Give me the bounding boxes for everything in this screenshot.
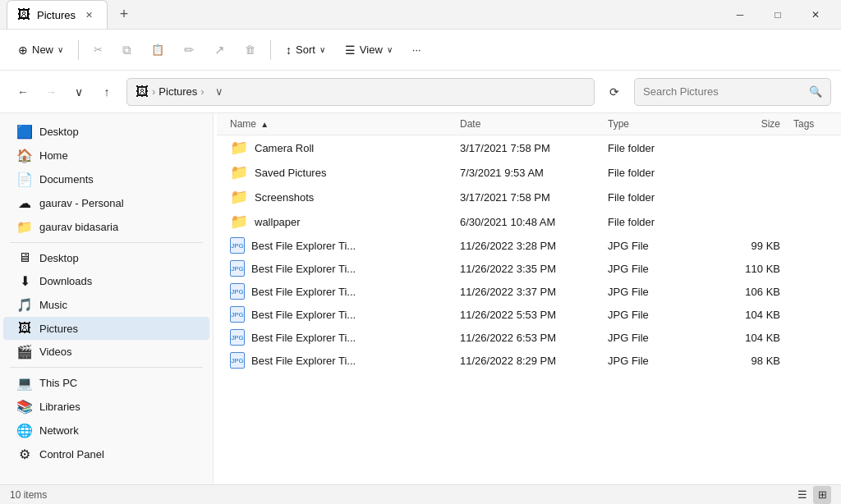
file-type: JPG File: [608, 240, 706, 252]
file-type: JPG File: [608, 286, 706, 298]
forward-button[interactable]: →: [38, 79, 64, 105]
table-row[interactable]: 📁 Saved Pictures 7/3/2021 9:53 AM File f…: [217, 160, 841, 185]
rename-button[interactable]: ✏: [176, 39, 203, 62]
sidebar-item-gaurav-personal[interactable]: ☁ gaurav - Personal: [3, 191, 209, 215]
sidebar-item-videos[interactable]: 🎬 Videos: [3, 340, 209, 364]
jpg-file-icon: JPG: [230, 329, 245, 346]
new-plus-icon: ⊕: [18, 44, 28, 57]
new-tab-button[interactable]: +: [111, 2, 137, 28]
up-button[interactable]: ↑: [94, 79, 120, 105]
file-name-text: Best File Explorer Ti...: [251, 355, 356, 367]
details-view-button[interactable]: ☰: [793, 486, 811, 504]
libraries-icon: 📚: [16, 399, 33, 415]
copy-button[interactable]: ⧉: [114, 39, 140, 62]
table-row[interactable]: 📁 Screenshots 3/17/2021 7:58 PM File fol…: [217, 185, 841, 209]
tab-close-button[interactable]: ✕: [82, 7, 97, 22]
table-row[interactable]: JPG Best File Explorer Ti... 11/26/2022 …: [217, 257, 841, 280]
list-view-button[interactable]: ⊞: [813, 486, 831, 504]
search-box[interactable]: 🔍: [634, 78, 831, 106]
paste-button[interactable]: 📋: [143, 39, 172, 60]
back-button[interactable]: ←: [10, 79, 36, 105]
col-header-tags[interactable]: Tags: [780, 118, 828, 130]
sidebar-item-documents[interactable]: 📄 Documents: [3, 167, 209, 191]
sidebar-item-pictures[interactable]: 🖼 Pictures: [3, 317, 209, 340]
sort-arrow-indicator: ▲: [260, 120, 269, 129]
file-name-col: 📁 Saved Pictures: [230, 163, 460, 181]
sidebar-item-this-pc[interactable]: 💻 This PC: [3, 371, 209, 395]
jpg-file-icon: JPG: [230, 306, 245, 323]
sidebar-item-desktop-top[interactable]: 🟦 Desktop: [3, 120, 209, 144]
search-icon: 🔍: [809, 85, 822, 98]
control-panel-icon: ⚙: [16, 447, 33, 462]
table-row[interactable]: 📁 wallpaper 6/30/2021 10:48 AM File fold…: [217, 209, 841, 234]
view-button[interactable]: ☰ View ∨: [337, 39, 401, 61]
active-tab[interactable]: 🖼 Pictures ✕: [7, 0, 108, 29]
search-input[interactable]: [643, 85, 804, 98]
view-toggle: ☰ ⊞: [793, 486, 831, 504]
col-header-date[interactable]: Date: [460, 118, 608, 130]
address-path[interactable]: 🖼 › Pictures › ∨: [126, 78, 595, 106]
file-name-text: Best File Explorer Ti...: [251, 286, 356, 298]
sidebar-item-music[interactable]: 🎵 Music: [3, 293, 209, 317]
file-type: File folder: [608, 142, 706, 154]
jpg-file-icon: JPG: [230, 352, 245, 369]
col-header-size[interactable]: Size: [706, 118, 780, 130]
main-content: 🟦 Desktop 🏠 Home 📄 Documents ☁ gaurav - …: [0, 113, 841, 484]
address-bar: ← → ∨ ↑ 🖼 › Pictures › ∨ ⟳ 🔍: [0, 71, 841, 113]
sort-button[interactable]: ↕ Sort ∨: [278, 39, 333, 61]
table-row[interactable]: 📁 Camera Roll 3/17/2021 7:58 PM File fol…: [217, 135, 841, 160]
delete-button[interactable]: 🗑: [237, 39, 264, 60]
recent-button[interactable]: ∨: [66, 79, 92, 105]
sidebar-item-downloads[interactable]: ⬇ Downloads: [3, 269, 209, 293]
col-header-name[interactable]: Name ▲: [230, 118, 460, 130]
table-row[interactable]: JPG Best File Explorer Ti... 11/26/2022 …: [217, 280, 841, 303]
window-controls: ─ □ ✕: [721, 0, 834, 30]
share-icon: ↗: [214, 43, 225, 57]
folder-icon: 📁: [230, 188, 248, 206]
sidebar-item-desktop[interactable]: 🖥 Desktop: [3, 246, 209, 269]
new-button[interactable]: ⊕ New ∨: [10, 39, 71, 61]
minimize-button[interactable]: ─: [721, 0, 759, 30]
folder-icon: 📁: [230, 213, 248, 231]
file-name-col: JPG Best File Explorer Ti...: [230, 283, 460, 300]
path-separator-1: ›: [152, 85, 155, 98]
cut-button[interactable]: ✂: [85, 39, 111, 60]
file-type: JPG File: [608, 263, 706, 275]
sidebar-item-gaurav-bidasaria[interactable]: 📁 gaurav bidasaria: [3, 215, 209, 239]
pictures-icon: 🖼: [16, 321, 33, 336]
file-name-text: Best File Explorer Ti...: [251, 240, 356, 252]
sort-icon: ↕: [286, 44, 292, 57]
view-icon: ☰: [345, 44, 356, 57]
table-row[interactable]: JPG Best File Explorer Ti... 11/26/2022 …: [217, 234, 841, 257]
sidebar-item-label: gaurav - Personal: [39, 197, 124, 209]
table-row[interactable]: JPG Best File Explorer Ti... 11/26/2022 …: [217, 349, 841, 372]
sidebar-item-label: Desktop: [39, 126, 79, 138]
sidebar-item-label: Music: [39, 299, 67, 311]
path-dropdown-button[interactable]: ∨: [208, 80, 231, 103]
title-bar: 🖼 Pictures ✕ + ─ □ ✕: [0, 0, 841, 30]
more-button[interactable]: ···: [404, 39, 430, 60]
file-date: 3/17/2021 7:58 PM: [460, 142, 608, 154]
sidebar-item-label: Network: [39, 424, 79, 437]
refresh-button[interactable]: ⟳: [601, 79, 627, 105]
sidebar-item-label: Videos: [39, 346, 72, 358]
table-row[interactable]: JPG Best File Explorer Ti... 11/26/2022 …: [217, 303, 841, 326]
file-date: 11/26/2022 3:35 PM: [460, 263, 608, 275]
share-button[interactable]: ↗: [206, 39, 233, 62]
close-button[interactable]: ✕: [797, 0, 834, 30]
desktop-top-icon: 🟦: [16, 124, 33, 140]
sidebar-item-control-panel[interactable]: ⚙ Control Panel: [3, 442, 209, 466]
sidebar-item-network[interactable]: 🌐 Network: [3, 419, 209, 442]
path-root: Pictures: [159, 85, 197, 98]
maximize-button[interactable]: □: [759, 0, 797, 30]
file-list-header: Name ▲ Date Type Size Tags: [217, 113, 841, 135]
file-size: 104 KB: [706, 309, 780, 321]
file-type: File folder: [608, 191, 706, 204]
sidebar-item-home[interactable]: 🏠 Home: [3, 144, 209, 167]
view-arrow-icon: ∨: [387, 45, 393, 54]
file-name-col: JPG Best File Explorer Ti...: [230, 260, 460, 277]
sidebar-item-libraries[interactable]: 📚 Libraries: [3, 395, 209, 419]
col-header-type[interactable]: Type: [608, 118, 706, 130]
file-date: 11/26/2022 8:29 PM: [460, 355, 608, 367]
table-row[interactable]: JPG Best File Explorer Ti... 11/26/2022 …: [217, 326, 841, 349]
